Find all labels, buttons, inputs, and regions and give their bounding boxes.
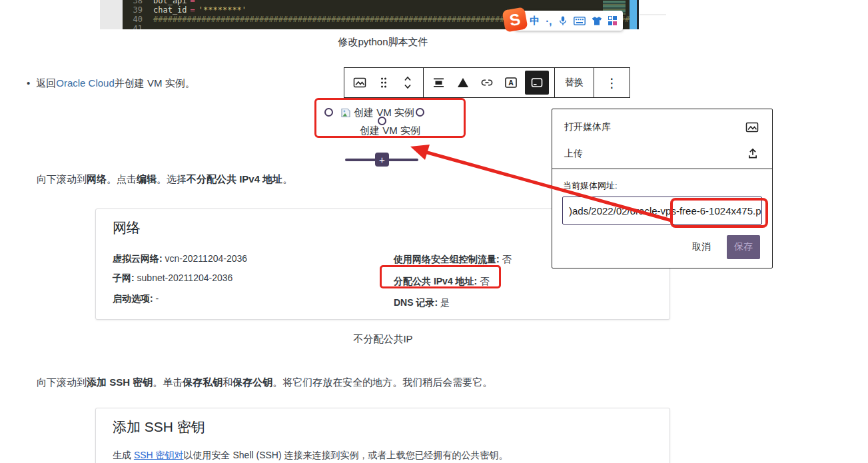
ssh-title: 添加 SSH 密钥 bbox=[113, 418, 205, 436]
paragraph-ssh-instructions: 向下滚动到添加 SSH 密钥。单击保存私钥和保存公钥。将它们存放在安全的地方。我… bbox=[37, 376, 492, 389]
figure-caption-python: 修改python脚本文件 bbox=[100, 36, 666, 49]
field-launch-options: 启动选项: - bbox=[113, 293, 159, 305]
oracle-cloud-link[interactable]: Oracle Cloud bbox=[56, 77, 115, 89]
annotation-box-url bbox=[670, 198, 768, 228]
microphone-icon[interactable] bbox=[558, 15, 568, 27]
cancel-button[interactable]: 取消 bbox=[692, 241, 711, 253]
media-replace-popover: 打开媒体库 上传 当前媒体网址: )ads/2022/02/oracle-vps… bbox=[552, 109, 773, 268]
annotation-box-image bbox=[314, 98, 466, 138]
field-vcn: 虚拟云网络: vcn-20211204-2036 bbox=[113, 253, 247, 265]
network-title: 网络 bbox=[113, 219, 141, 237]
figure-caption-no-public-ip: 不分配公共IP bbox=[100, 333, 666, 346]
line-number: 38 bbox=[123, 0, 143, 5]
move-up-down-icon[interactable] bbox=[396, 71, 420, 95]
media-url-label: 当前媒体网址: bbox=[563, 180, 618, 192]
add-block-button[interactable]: + bbox=[375, 153, 389, 167]
align-icon[interactable] bbox=[427, 71, 451, 95]
ssh-section-card: 添加 SSH 密钥 生成 SSH 密钥对以使用安全 Shell (SSH) 连接… bbox=[95, 408, 670, 463]
toolbox-grid-icon[interactable] bbox=[608, 16, 618, 25]
link-icon[interactable] bbox=[475, 71, 499, 95]
editor-right-edge bbox=[637, 0, 639, 29]
skin-tshirt-icon[interactable] bbox=[592, 16, 602, 26]
keyboard-icon[interactable] bbox=[574, 17, 586, 25]
wordpress-editor-page: 38 bot_api = 39 chat_id = '********' 40 … bbox=[0, 0, 868, 463]
caption-button-active[interactable] bbox=[525, 71, 549, 95]
divider-line bbox=[640, 14, 666, 15]
line-number: 41 bbox=[123, 24, 143, 29]
screenshot-left-margin bbox=[100, 0, 123, 29]
options-menu-icon[interactable]: ⋮ bbox=[598, 75, 626, 91]
duotone-filter-icon[interactable] bbox=[451, 71, 475, 95]
sogou-logo-icon[interactable]: S bbox=[502, 7, 528, 32]
field-dns-record: DNS 记录: 是 bbox=[394, 297, 450, 309]
menu-item-open-media-library[interactable]: 打开媒体库 bbox=[552, 114, 772, 141]
field-subnet: 子网: subnet-20211204-2036 bbox=[113, 272, 232, 284]
punctuation-icon[interactable]: ·, bbox=[546, 15, 552, 27]
field-nsg: 使用网络安全组控制流量: 否 bbox=[394, 254, 512, 266]
media-library-icon bbox=[744, 119, 760, 135]
block-toolbar: A 替换 ⋮ bbox=[344, 67, 630, 98]
ssh-keypair-link[interactable]: SSH 密钥对 bbox=[134, 450, 184, 460]
popover-divider bbox=[552, 169, 772, 169]
paragraph-network-instructions: 向下滚动到网络。点击编辑。选择不分配公共 IPv4 地址。 bbox=[37, 173, 292, 186]
line-number: 40 bbox=[123, 15, 143, 24]
editor-scrollbar bbox=[630, 0, 637, 29]
image-block-icon[interactable] bbox=[348, 71, 372, 95]
ssh-description: 生成 SSH 密钥对以使用安全 Shell (SSH) 连接来连接到实例，或者上… bbox=[113, 450, 508, 462]
save-button[interactable]: 保存 bbox=[727, 235, 760, 259]
code-line: 38 bot_api = bbox=[123, 0, 630, 5]
line-number: 39 bbox=[123, 5, 143, 15]
list-item: •返回Oracle Cloud并创建 VM 实例。 bbox=[27, 77, 195, 90]
menu-item-upload[interactable]: 上传 bbox=[552, 141, 772, 167]
chinese-mode-icon[interactable]: 中 bbox=[530, 15, 540, 27]
upload-icon bbox=[745, 147, 760, 161]
svg-text:A: A bbox=[508, 79, 514, 87]
alt-text-icon[interactable]: A bbox=[499, 71, 523, 95]
ime-toolbar: 中 ·, bbox=[515, 11, 623, 31]
annotation-box-ipv4 bbox=[380, 265, 501, 288]
replace-button[interactable]: 替换 bbox=[558, 77, 590, 89]
drag-handle-icon[interactable] bbox=[372, 71, 396, 95]
